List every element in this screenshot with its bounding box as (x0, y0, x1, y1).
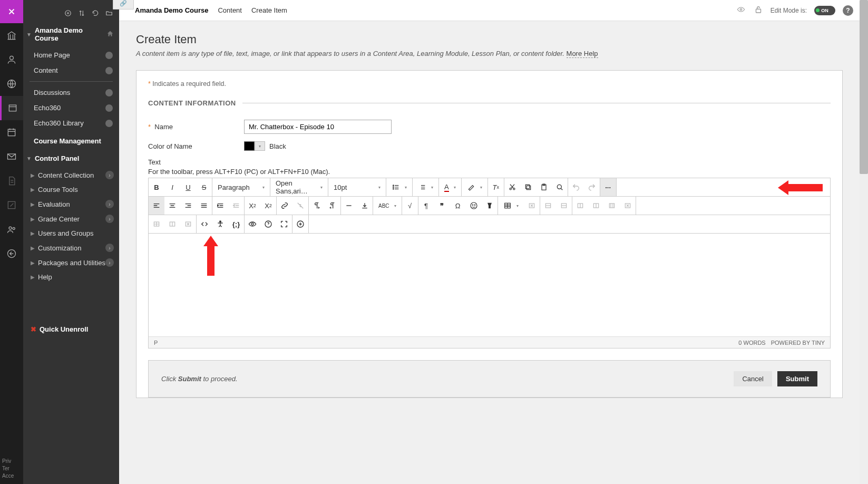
control-panel-heading[interactable]: ▼ Control Panel (23, 149, 119, 168)
cp-evaluation[interactable]: ▶Evaluation› (23, 197, 119, 211)
split-cells-button[interactable] (164, 215, 180, 233)
edit-mode-toggle[interactable]: ON (814, 6, 835, 15)
courses-icon[interactable] (0, 96, 23, 120)
row-before-button[interactable] (540, 197, 556, 215)
paragraph-icon[interactable]: ¶ (418, 197, 434, 215)
underline-button[interactable]: U (180, 178, 196, 196)
cp-help[interactable]: ▶Help (23, 270, 119, 284)
cp-content-collection[interactable]: ▶Content Collection› (23, 168, 119, 182)
undo-button[interactable] (568, 178, 584, 196)
row-after-button[interactable] (556, 197, 572, 215)
cut-button[interactable] (504, 178, 520, 196)
format-dropdown[interactable]: Paragraph▾ (212, 178, 270, 196)
size-dropdown[interactable]: 10pt▾ (328, 178, 386, 196)
mail-icon[interactable] (0, 144, 23, 169)
hr-button[interactable] (341, 197, 357, 215)
signout-icon[interactable] (0, 241, 23, 266)
italic-button[interactable]: I (164, 178, 180, 196)
fullscreen-button[interactable] (276, 215, 292, 233)
color-swatch[interactable] (244, 141, 255, 151)
justify-button[interactable] (196, 197, 212, 215)
more-button[interactable]: ··· (600, 178, 616, 196)
cp-packages[interactable]: ▶Packages and Utilities› (23, 255, 119, 270)
subscript-button[interactable]: X2 (260, 197, 276, 215)
help-button[interactable] (260, 215, 276, 233)
superscript-button[interactable]: X2 (245, 197, 260, 215)
globe-icon[interactable] (0, 72, 23, 96)
preview-button[interactable] (245, 215, 260, 233)
rtl-button[interactable] (325, 197, 340, 215)
col-delete-button[interactable] (620, 197, 636, 215)
font-dropdown[interactable]: Open Sans,ari…▾ (270, 178, 328, 196)
col-after-button[interactable] (588, 197, 604, 215)
redo-button[interactable] (584, 178, 600, 196)
link-tab-icon[interactable]: 🔗 (113, 0, 134, 9)
name-input[interactable] (244, 120, 392, 134)
institution-icon[interactable] (0, 23, 23, 47)
cp-grade-center[interactable]: ▶Grade Center› (23, 211, 119, 226)
strikethrough-button[interactable]: S (196, 178, 212, 196)
cell-delete-button[interactable] (180, 215, 196, 233)
reorder-icon[interactable] (78, 9, 86, 18)
special-char-button[interactable]: Ω (450, 197, 466, 215)
outdent-button[interactable] (228, 197, 244, 215)
source-code-button[interactable] (197, 215, 212, 233)
accessibility-button[interactable] (212, 215, 228, 233)
spellcheck-button[interactable]: ABC▾ (373, 197, 402, 215)
sidebar-item-echo360[interactable]: Echo360 (23, 100, 119, 115)
lock-icon[interactable] (754, 5, 763, 16)
unlink-button[interactable] (292, 197, 308, 215)
link-button[interactable] (277, 197, 292, 215)
sidebar-item-discussions[interactable]: Discussions (23, 85, 119, 100)
document-icon[interactable] (0, 169, 23, 193)
align-center-button[interactable] (164, 197, 180, 215)
align-right-button[interactable] (180, 197, 196, 215)
calendar-icon[interactable] (0, 120, 23, 144)
highlight-button[interactable]: ▾ (462, 178, 487, 196)
color-dropdown[interactable]: ▾ (255, 141, 265, 151)
add-icon[interactable] (64, 9, 73, 18)
cp-customization[interactable]: ▶Customization› (23, 240, 119, 255)
insert-file-button[interactable] (357, 197, 373, 215)
col-before-button[interactable] (572, 197, 588, 215)
bold-button[interactable]: B (149, 178, 164, 196)
code-sample-button[interactable]: {;} (228, 215, 244, 233)
copy-button[interactable] (520, 178, 536, 196)
refresh-icon[interactable] (92, 9, 100, 18)
indent-button[interactable] (212, 197, 228, 215)
cp-course-tools[interactable]: ▶Course Tools (23, 182, 119, 197)
close-panel-button[interactable] (0, 0, 23, 23)
col-merge-button[interactable] (604, 197, 620, 215)
sidebar-item-home-page[interactable]: Home Page (23, 47, 119, 63)
bullet-list-button[interactable]: ▾ (386, 178, 412, 196)
cp-users-groups[interactable]: ▶Users and Groups (23, 226, 119, 240)
editor-body[interactable] (149, 234, 830, 336)
emoji-button[interactable] (466, 197, 482, 215)
folder-icon[interactable] (105, 9, 114, 18)
course-heading[interactable]: ▼ Amanda Demo Course (23, 21, 119, 47)
find-button[interactable] (552, 178, 568, 196)
table-button[interactable]: ▾ (498, 197, 524, 215)
student-preview-icon[interactable] (736, 5, 746, 15)
sidebar-item-echo360-library[interactable]: Echo360 Library (23, 115, 119, 131)
add-content-button[interactable] (292, 215, 308, 233)
merge-cells-button[interactable] (149, 215, 164, 233)
blockquote-button[interactable]: ❞ (434, 197, 450, 215)
text-color-button[interactable]: A▾ (439, 178, 461, 196)
help-icon[interactable]: ? (843, 5, 853, 16)
breadcrumb-course[interactable]: Amanda Demo Course (135, 6, 208, 14)
paste-button[interactable] (536, 178, 552, 196)
breadcrumb-content[interactable]: Content (218, 6, 242, 14)
breadcrumb-create-item[interactable]: Create Item (251, 6, 287, 14)
submit-button[interactable]: Submit (777, 371, 817, 386)
page-scrollbar[interactable] (860, 0, 868, 484)
cancel-button[interactable]: Cancel (734, 371, 772, 386)
edit-icon[interactable] (0, 193, 23, 217)
equation-button[interactable]: √ (402, 197, 418, 215)
anchor-button[interactable] (482, 197, 498, 215)
ltr-button[interactable] (309, 197, 325, 215)
table-delete-button[interactable] (524, 197, 540, 215)
clear-format-button[interactable]: Tx (488, 178, 504, 196)
more-help-link[interactable]: More Help (567, 50, 598, 58)
groups-icon[interactable] (0, 217, 23, 241)
